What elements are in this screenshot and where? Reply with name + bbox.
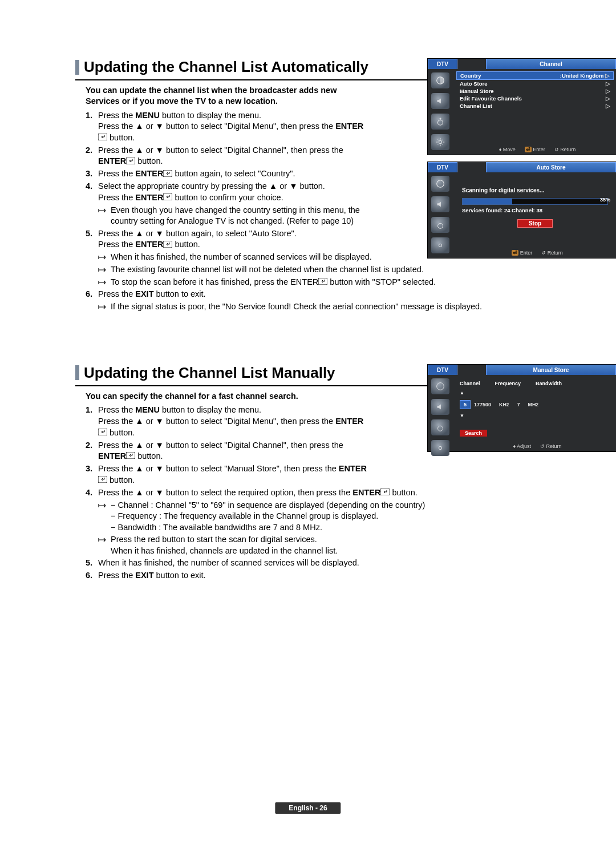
menu-row-manual-store[interactable]: Manual Store▷ [456,87,614,95]
heading-auto: Updating the Channel List Automatically [84,58,368,76]
col-channel: Channel [460,381,480,386]
step-body: Press the ▲ or ▼ button again, to select… [98,228,372,251]
return-hint: ↺ Return [554,147,576,152]
osd-title: Channel [486,59,616,69]
picture-icon [431,378,449,394]
sub-options: − Channel : Channel "5" to "69" in seque… [98,500,541,534]
menu-row-channel-list[interactable]: Channel List▷ [456,102,614,110]
enter-icon [98,475,107,486]
dtv-tab: DTV [428,59,457,69]
step-num: 1. [86,110,98,144]
svg-point-16 [437,382,444,390]
up-down-icon: ▲ [460,391,464,395]
intro-manual: You can specify the channel for a fast c… [86,391,371,402]
osd-side-icons [431,72,452,150]
menu-row-country[interactable]: Country:United Kingdom ▷ [456,71,614,80]
mhz-label: MHz [528,402,539,407]
enter-icon [98,132,107,144]
sound-icon [431,399,449,415]
search-button[interactable]: Search [460,430,487,437]
osd-title: Auto Store [486,162,616,172]
step-body: Select the appropriate country by pressi… [98,181,372,204]
step-num: 6. [86,570,98,582]
page-footer: English - 26 [275,802,341,814]
dtv-tab: DTV [428,365,457,375]
enter-icon [380,487,390,499]
svg-point-18 [439,446,441,449]
enter-hint: ⏎ Enter [525,147,545,152]
osd-footer: ⏎ Enter ↺ Return [462,250,613,256]
step-num: 6. [86,289,98,300]
note-arrow-icon [98,535,111,557]
heading-accent-bar [75,365,79,380]
progress-bar: 35% [462,198,608,205]
adjust-hint: ♦ Adjust [513,443,531,449]
step-body: When it has finished, the number of scan… [98,558,541,569]
col-values: 5 177500 KHz 7 MHz [460,400,614,409]
menu-row-edit-favourite[interactable]: Edit Favourite Channels▷ [456,95,614,102]
step-body: Press the EXIT button to exit. [98,570,541,582]
intro-auto: You can update the channel list when the… [86,85,371,107]
up-down-icon: ▼ [460,414,464,418]
chevron-right-icon: ▷ [606,88,610,94]
osd-header: DTV Channel [428,59,616,69]
sub-note: If the signal status is poor, the "No Se… [98,301,541,313]
svg-point-7 [438,120,443,125]
heading-manual: Updating the Channel List Manually [84,364,335,382]
svg-point-9 [437,180,444,188]
col-values: ▲ [460,391,614,395]
dtv-tab: DTV [428,162,457,172]
channel-icon [431,419,449,435]
heading-accent-bar [75,60,79,75]
step-body: Press the ENTER button again, to select … [98,168,372,180]
bandwidth-value: 7 [517,402,520,407]
picture-icon [431,176,449,192]
step-5: 5. When it has finished, the number of s… [86,558,541,569]
note-arrow-icon [98,265,111,276]
move-hint: ♦ Move [499,147,516,152]
col-frequency: Frequency [495,381,521,386]
osd-menu-list: Country:United Kingdom ▷ Auto Store▷ Man… [456,71,614,110]
chevron-right-icon: ▷ [606,80,610,87]
sub-note: The existing favourite channel list will… [98,264,541,276]
osd-title: Manual Store [486,365,616,375]
khz-label: KHz [499,402,509,407]
sub-note: To stop the scan before it has finished,… [98,277,541,288]
step-6: 6. Press the EXIT button to exit. [86,570,541,582]
osd-footer: ♦ Move ⏎ Enter ↺ Return [462,147,613,152]
section-manual: Updating the Channel List Manually You c… [75,364,541,582]
note-arrow-icon [98,205,111,228]
services-found: Services found: 24 Channel: 38 [462,207,614,213]
channel-icon [431,114,449,130]
note-arrow-icon [98,302,111,313]
page: Updating the Channel List Automatically … [75,58,541,582]
stop-button[interactable]: Stop [517,219,553,228]
enter-icon [163,192,172,204]
step-body: Press the ▲ or ▼ button to select "Digit… [98,145,372,168]
chevron-right-icon: ▷ [605,72,610,79]
setup-icon [431,237,449,253]
note-arrow-icon [98,252,111,264]
osd-auto-store: DTV Auto Store Scanning for digital serv… [427,161,616,259]
step-num: 2. [86,440,98,463]
step-body: Press the EXIT button to exit. [98,289,541,300]
col-bandwidth: Bandwidth [536,381,562,386]
enter-icon [318,277,327,288]
step-num: 2. [86,145,98,168]
step-num: 4. [86,181,98,204]
step-3: 3. Press the ▲ or ▼ button to select "Ma… [86,463,541,486]
svg-point-11 [439,244,441,247]
osd-scan-body: Scanning for digital services... 35% Ser… [456,175,614,228]
chevron-right-icon: ▷ [606,103,610,109]
osd-manual-store: DTV Manual Store Channel Frequency Bandw… [427,364,616,452]
menu-row-auto-store[interactable]: Auto Store▷ [456,80,614,87]
osd-header: DTV Manual Store [428,365,616,375]
osd-header: DTV Auto Store [428,162,616,172]
svg-point-17 [438,426,443,431]
channel-value[interactable]: 5 [460,400,471,409]
osd-footer: ♦ Adjust ↺ Return [462,443,613,449]
step-6: 6. Press the EXIT button to exit. If the… [86,289,541,312]
step-4: 4. Press the ▲ or ▼ button to select the… [86,487,541,557]
chevron-right-icon: ▷ [606,95,610,102]
sound-icon [431,93,449,109]
